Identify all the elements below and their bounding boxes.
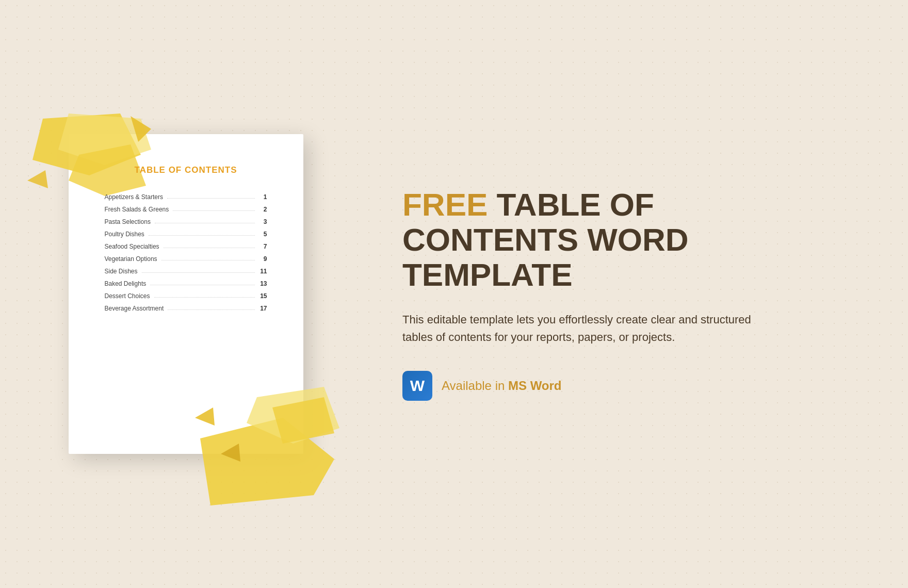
toc-item-page: 13 xyxy=(259,280,267,287)
description: This editable template lets you effortle… xyxy=(402,311,753,346)
toc-item-dots xyxy=(164,248,255,248)
toc-item: Fresh Salads & Greens2 xyxy=(105,203,267,216)
left-panel: TABLE OF CONTENTS Appetizers & Starters1… xyxy=(0,0,371,588)
toc-list: Appetizers & Starters1Fresh Salads & Gre… xyxy=(105,191,267,315)
toc-item-page: 1 xyxy=(259,193,267,201)
available-bold: MS Word xyxy=(508,379,562,393)
toc-item: Vegetarian Options9 xyxy=(105,253,267,265)
toc-item: Side Dishes11 xyxy=(105,265,267,277)
toc-item-page: 9 xyxy=(259,255,267,263)
toc-item-page: 11 xyxy=(259,268,267,275)
headline: FREE TABLE OFCONTENTS WORDTEMPLATE xyxy=(402,187,856,293)
toc-item-dots xyxy=(161,260,255,260)
toc-item: Pasta Selections3 xyxy=(105,216,267,228)
toc-item-dots xyxy=(142,272,255,273)
toc-item-name: Poultry Dishes xyxy=(105,231,144,238)
toc-item-name: Seafood Specialties xyxy=(105,243,159,250)
toc-item-name: Appetizers & Starters xyxy=(105,193,163,201)
toc-item-dots xyxy=(173,210,254,211)
toc-title: TABLE OF CONTENTS xyxy=(105,165,267,175)
toc-item: Beverage Assortment17 xyxy=(105,302,267,315)
document-content: TABLE OF CONTENTS Appetizers & Starters1… xyxy=(69,134,303,454)
toc-item-name: Baked Delights xyxy=(105,280,147,287)
toc-item-name: Dessert Choices xyxy=(105,292,150,300)
toc-item-dots xyxy=(167,198,255,199)
toc-item-page: 3 xyxy=(259,218,267,225)
toc-item: Poultry Dishes5 xyxy=(105,228,267,240)
document-card: TABLE OF CONTENTS Appetizers & Starters1… xyxy=(69,134,303,454)
available-row: W Available in MS Word xyxy=(402,371,856,401)
available-prefix: Available in xyxy=(442,379,505,393)
headline-free: FREE xyxy=(402,187,488,222)
ms-word-icon: W xyxy=(402,371,432,401)
toc-item-page: 17 xyxy=(259,305,267,312)
toc-item-page: 7 xyxy=(259,243,267,250)
toc-item: Seafood Specialties7 xyxy=(105,240,267,253)
toc-item: Baked Delights13 xyxy=(105,277,267,290)
svg-marker-3 xyxy=(27,170,48,188)
right-panel: FREE TABLE OFCONTENTS WORDTEMPLATE This … xyxy=(371,146,908,443)
toc-item-name: Fresh Salads & Greens xyxy=(105,206,169,213)
available-text: Available in MS Word xyxy=(442,379,562,393)
toc-item-dots xyxy=(168,309,254,310)
toc-item-name: Pasta Selections xyxy=(105,218,151,225)
toc-item-page: 5 xyxy=(259,231,267,238)
toc-item-name: Vegetarian Options xyxy=(105,255,157,263)
toc-item-dots xyxy=(154,297,255,298)
toc-item-dots xyxy=(149,235,255,236)
toc-item-dots xyxy=(150,285,254,285)
toc-item-name: Beverage Assortment xyxy=(105,305,164,312)
toc-item-page: 15 xyxy=(259,292,267,300)
toc-item-dots xyxy=(155,223,255,223)
toc-item: Appetizers & Starters1 xyxy=(105,191,267,203)
word-icon-letter: W xyxy=(410,377,425,395)
toc-item: Dessert Choices15 xyxy=(105,290,267,302)
toc-item-page: 2 xyxy=(259,206,267,213)
toc-item-name: Side Dishes xyxy=(105,268,138,275)
